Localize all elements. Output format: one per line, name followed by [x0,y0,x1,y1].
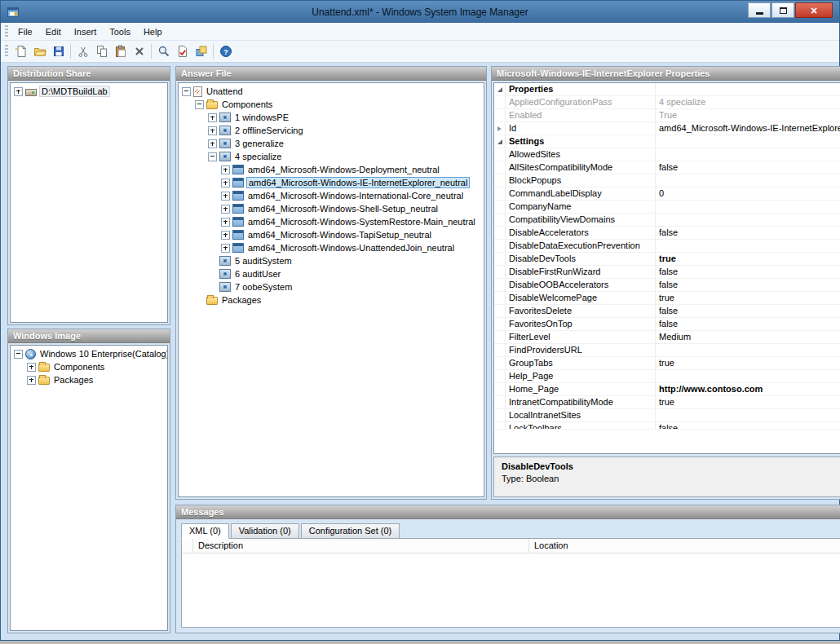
tree-node-components[interactable]: Components [195,98,484,111]
property-section-row[interactable]: Settings [494,135,840,148]
property-row[interactable]: FilterLevelMedium [494,331,840,344]
save-answer-file-button[interactable] [49,42,68,60]
tree-node-packages[interactable]: Packages [195,293,484,307]
tree-node-wi-packages[interactable]: Packages [27,373,167,386]
property-row[interactable]: LocalIntranetSites [494,409,840,422]
expand-icon[interactable] [221,205,230,214]
collapse-icon[interactable] [182,87,191,96]
expand-icon[interactable] [221,165,230,174]
tree-node-label[interactable]: 3 generalize [233,139,285,148]
tree-node-label[interactable]: amd64_Microsoft-Windows-International-Co… [246,191,465,201]
expand-icon[interactable] [208,126,217,135]
tree-node-tapisetup[interactable]: amd64_Microsoft-Windows-TapiSetup_neutra… [221,228,484,241]
tree-node-international-core[interactable]: amd64_Microsoft-Windows-International-Co… [221,189,484,202]
column-location[interactable]: Location [529,539,840,553]
row-collapsed-icon[interactable] [497,126,502,131]
tree-node-windows-image-root[interactable]: Windows 10 Enterprise(Catalog) [14,347,167,360]
tree-node-label[interactable]: amd64_Microsoft-Windows-UnattendedJoin_n… [246,243,456,253]
tree-node-label[interactable]: amd64_Microsoft-Windows-SystemRestore-Ma… [246,217,477,227]
tree-node-label[interactable]: 7 oobeSystem [233,282,294,292]
expand-icon[interactable] [221,244,230,253]
tree-node-pass3[interactable]: 3 generalize [208,137,484,150]
tree-node-deployment[interactable]: amd64_Microsoft-Windows-Deployment_neutr… [221,163,484,176]
expand-icon[interactable] [27,363,36,372]
section-expanded-icon[interactable] [497,139,502,144]
tree-node-label[interactable]: 5 auditSystem [233,256,294,266]
property-row[interactable]: DisableWelcomePagetrue [494,292,840,305]
expand-icon[interactable] [221,179,230,187]
property-row[interactable]: GroupTabstrue [494,357,840,370]
maximize-button[interactable] [771,2,794,18]
tree-node-label[interactable]: amd64_Microsoft-Windows-Deployment_neutr… [246,165,441,174]
tab-configuration-set[interactable]: Configuration Set (0) [301,523,400,539]
expand-icon[interactable] [221,192,230,201]
tree-node-label-selected[interactable]: amd64_Microsoft-Windows-IE-InternetExplo… [246,177,470,188]
help-button[interactable]: ? [216,42,235,60]
property-row[interactable]: AllSitesCompatibilityModefalse [494,161,840,174]
tab-validation[interactable]: Validation (0) [231,523,299,539]
tree-node-label[interactable]: amd64_Microsoft-Windows-Shell-Setup_neut… [246,204,440,214]
property-row[interactable]: FavoritesDeletefalse [494,305,840,318]
tree-node-shell-setup[interactable]: amd64_Microsoft-Windows-Shell-Setup_neut… [221,202,484,215]
tree-node-label[interactable]: amd64_Microsoft-Windows-TapiSetup_neutra… [246,230,433,240]
property-row[interactable]: DisableOOBAcceleratorsfalse [494,279,840,292]
property-row[interactable]: EnabledTrue [494,109,840,122]
tree-node-pass5[interactable]: 5 auditSystem [208,254,484,267]
tree-node-unattend[interactable]: Unattend [182,85,484,98]
property-row[interactable]: DisableDataExecutionPrevention [494,240,840,253]
expand-icon[interactable] [208,139,217,148]
tree-node-ie-internetexplorer[interactable]: amd64_Microsoft-Windows-IE-InternetExplo… [221,176,484,189]
section-expanded-icon[interactable] [497,87,502,92]
property-row[interactable]: CommandLabelDisplay0 [494,187,840,201]
paste-button[interactable] [111,42,130,60]
property-row[interactable]: FavoritesOnTopfalse [494,318,840,331]
tree-node-label[interactable]: Packages [220,295,263,305]
find-button[interactable] [154,42,173,60]
validate-answer-file-button[interactable] [173,42,192,60]
menu-file[interactable]: File [11,24,39,39]
tree-node-unattendedjoin[interactable]: amd64_Microsoft-Windows-UnattendedJoin_n… [221,241,484,254]
distribution-share-tree[interactable]: D:\MDTBuildLab [10,82,168,323]
tree-node-wi-components[interactable]: Components [27,360,167,373]
tree-node-label[interactable]: 2 offlineServicing [233,126,305,135]
tree-node-label[interactable]: Components [220,99,274,109]
property-row[interactable]: Home_Pagehttp://www.contoso.com [494,383,840,396]
property-row[interactable]: Help_Page [494,370,840,383]
property-row[interactable]: CompatibilityViewDomains [494,214,840,227]
collapse-icon[interactable] [195,100,204,109]
tree-node-pass1[interactable]: 1 windowsPE [208,111,484,124]
tree-node-label[interactable]: D:\MDTBuildLab [39,86,110,97]
answer-file-tree[interactable]: Unattend Components 1 windowsPE [178,82,484,497]
property-row[interactable]: AllowedSites [494,148,840,161]
expand-icon[interactable] [208,113,217,122]
tree-node-label[interactable]: 4 specialize [233,152,283,161]
open-answer-file-button[interactable] [30,42,49,60]
tree-node-label[interactable]: 1 windowsPE [233,112,290,122]
tree-node-label[interactable]: Windows 10 Enterprise(Catalog) [38,349,168,359]
tree-node-label[interactable]: Unattend [205,86,245,96]
property-row[interactable]: DisableDevToolstrue [494,253,840,266]
property-section-row[interactable]: Properties [494,83,840,96]
menu-insert[interactable]: Insert [68,24,104,39]
property-row[interactable]: Idamd64_Microsoft-Windows-IE-InternetExp… [494,122,840,135]
tree-node-label[interactable]: Components [52,362,106,372]
minimize-button[interactable] [748,2,771,18]
expand-icon[interactable] [221,218,230,227]
column-description[interactable]: Description [193,539,529,553]
delete-button[interactable] [130,42,148,60]
tree-node-pass6[interactable]: 6 auditUser [208,267,484,280]
expand-icon[interactable] [27,376,36,385]
create-configuration-set-button[interactable] [192,42,210,60]
property-row[interactable]: AppliedConfigurationPass4 specialize [494,96,840,109]
expand-icon[interactable] [221,231,230,240]
menu-edit[interactable]: Edit [39,24,68,39]
collapse-icon[interactable] [14,350,23,359]
tree-node-label[interactable]: 6 auditUser [233,269,282,279]
tree-node-pass4[interactable]: 4 specialize [208,150,484,163]
tree-node-pass2[interactable]: 2 offlineServicing [208,124,484,137]
expand-icon[interactable] [14,87,23,96]
tree-node-mdtbuildlab[interactable]: D:\MDTBuildLab [14,85,167,98]
tree-node-systemrestore[interactable]: amd64_Microsoft-Windows-SystemRestore-Ma… [221,215,484,228]
copy-button[interactable] [92,42,111,60]
property-row[interactable]: IntranetCompatibilityModetrue [494,396,840,409]
